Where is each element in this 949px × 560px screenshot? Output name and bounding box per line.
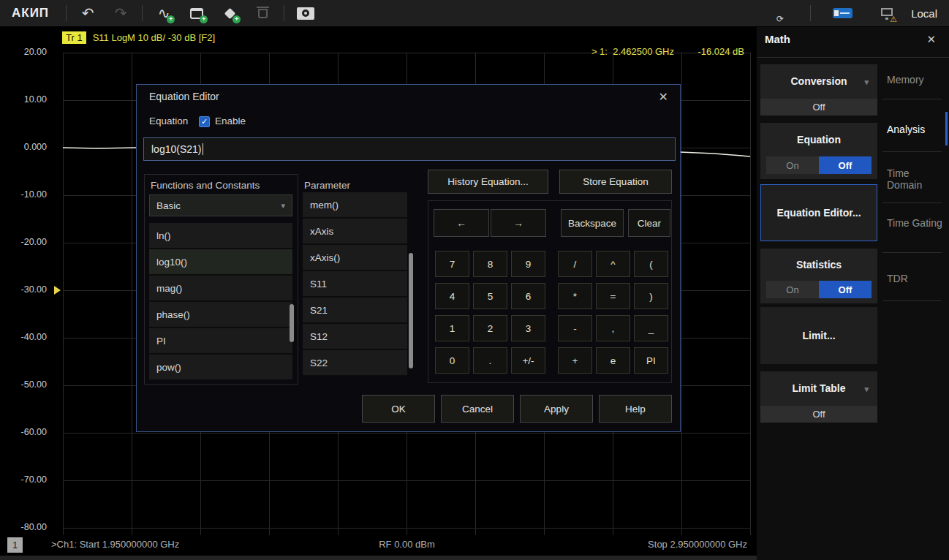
equation-off-button[interactable]: Off [819,156,872,174]
key-underscore[interactable]: _ [634,315,668,341]
add-window-button[interactable]: + [185,2,208,24]
key-4[interactable]: 4 [435,283,469,309]
key-e[interactable]: e [596,347,630,374]
plus-badge-icon: + [200,15,208,23]
limit-table-group[interactable]: Limit Table ▾ Off [760,371,877,423]
parameter-scrollbar[interactable] [409,253,413,368]
key-1[interactable]: 1 [435,315,469,341]
help-button[interactable]: Help [599,395,672,423]
function-item[interactable]: ln() [149,223,292,249]
functions-scrollbar[interactable] [290,304,294,342]
limit-button[interactable]: Limit... [760,307,877,364]
function-item[interactable]: PI [149,328,292,355]
undo-button[interactable]: ↶ [76,2,99,24]
redo-button[interactable]: ↷ [109,2,132,24]
trace-chip[interactable]: Tr 1 [62,31,86,44]
panel-close-button[interactable]: ✕ [926,33,936,46]
cursor-left-button[interactable]: ← [434,209,489,237]
equation-group: Equation On Off [760,123,877,179]
enable-checkbox[interactable]: ✓ [199,116,210,127]
statistics-off-button[interactable]: Off [819,281,872,298]
key-comma[interactable]: , [596,315,630,341]
ok-button[interactable]: OK [362,395,435,423]
key-equals[interactable]: = [596,283,630,309]
trash-icon [258,9,268,18]
key-2[interactable]: 2 [473,315,507,341]
panel-divider [757,57,949,58]
function-item[interactable]: pow() [149,355,292,379]
dialog-close-button[interactable]: ✕ [659,90,668,104]
store-equation-button[interactable]: Store Equation [559,170,672,194]
redo-icon: ↷ [115,4,127,22]
check-icon: ✓ [201,117,208,126]
parameter-item[interactable]: xAxis() [303,245,407,271]
toolbar-separator [284,5,284,21]
key-power[interactable]: ^ [596,251,630,277]
parameter-item[interactable]: mem() [303,192,407,219]
equation-field-label: Equation [149,116,188,126]
marker-frequency: > 1: 2.462500 GHz [591,46,674,57]
network-status-button[interactable]: ⚠ [875,2,899,24]
key-3[interactable]: 3 [511,315,545,341]
tab-divider [882,300,942,301]
conversion-group[interactable]: Conversion ▾ Off [760,64,877,116]
backspace-button[interactable]: Backspace [561,209,624,237]
parameter-item[interactable]: S22 [303,350,407,377]
tab-time-gating[interactable]: Time Gating [887,217,945,229]
parameter-item[interactable]: S21 [303,298,407,324]
delete-button[interactable] [251,2,274,24]
equation-input[interactable]: log10(S21) [143,137,676,161]
equation-toggle: On Off [766,156,872,174]
function-item[interactable]: log10() [149,249,292,276]
top-toolbar: АКИП ↶ ↷ ∿ + + + ⟳ ⚠ Local [0,0,949,26]
key-8[interactable]: 8 [473,251,507,277]
key-minus[interactable]: - [558,315,592,341]
parameter-item[interactable]: S12 [303,324,407,350]
functions-section-title: Functions and Constants [151,180,260,191]
equation-on-button[interactable]: On [766,156,819,174]
tab-tdr[interactable]: TDR [887,273,945,284]
math-panel: Math ✕ Conversion ▾ Off Equation On Off … [757,27,949,560]
clear-button[interactable]: Clear [628,209,670,237]
add-marker-button[interactable]: + [218,2,241,24]
usb-status-button[interactable] [831,2,854,24]
key-plusminus[interactable]: +/- [511,347,545,374]
apply-button[interactable]: Apply [520,395,593,423]
statistics-group: Statistics On Off [760,249,877,303]
tab-analysis[interactable]: Analysis [887,124,945,135]
local-mode-label[interactable]: Local [911,7,937,20]
statistics-on-button[interactable]: On [766,281,819,298]
key-dot[interactable]: . [473,347,507,374]
tab-time-domain[interactable]: Time Domain [887,167,945,191]
key-multiply[interactable]: * [558,283,592,309]
function-category-dropdown[interactable]: Basic ▾ [149,194,292,216]
function-item[interactable]: mag() [149,276,292,302]
parameter-item[interactable]: xAxis [303,219,407,245]
key-6[interactable]: 6 [511,283,545,309]
key-close-paren[interactable]: ) [634,283,668,309]
equation-editor-button[interactable]: Equation Editor... [760,184,877,241]
channel-badge[interactable]: 1 [7,537,23,553]
cursor-right-button[interactable]: → [491,209,546,237]
key-divide[interactable]: / [558,251,592,277]
key-open-paren[interactable]: ( [634,251,668,277]
screenshot-button[interactable] [294,2,317,24]
bottom-strip [0,556,757,560]
key-5[interactable]: 5 [473,283,507,309]
key-0[interactable]: 0 [435,347,469,374]
cancel-button[interactable]: Cancel [441,395,514,423]
y-axis-label: 10.00 [0,94,47,105]
function-item[interactable]: phase() [149,302,292,328]
function-category-value: Basic [156,200,181,211]
key-7[interactable]: 7 [435,251,469,277]
parameter-item[interactable]: S11 [303,271,407,298]
key-plus[interactable]: + [558,347,592,374]
key-9[interactable]: 9 [511,251,545,277]
tab-memory[interactable]: Memory [887,74,945,86]
history-equation-button[interactable]: History Equation... [428,170,548,194]
enable-label: Enable [215,116,246,126]
add-trace-button[interactable]: ∿ + [152,2,175,24]
system-status-button[interactable]: ⟳ [761,2,784,24]
key-pi[interactable]: PI [634,347,668,374]
tab-divider [882,252,942,253]
